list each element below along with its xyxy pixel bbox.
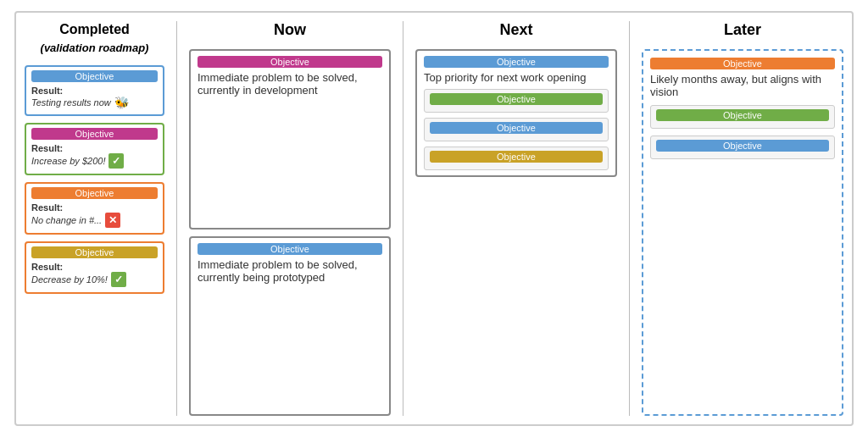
card-result: Result: Decrease by 10%! ✓ <box>31 262 158 287</box>
now-title: Now <box>189 21 391 39</box>
objective-label: Objective <box>198 56 382 68</box>
objective-label: Objective <box>430 122 603 134</box>
card-result: Result: Increase by $200! ✓ <box>31 143 158 169</box>
result-label: Result: <box>31 262 63 272</box>
later-small-card-2: Objective <box>650 136 835 159</box>
result-label: Result: <box>31 202 63 213</box>
result-row: Increase by $200! ✓ <box>31 153 158 169</box>
next-top-text: Top priority for next work opening <box>424 71 609 84</box>
roadmap-board: Completed (validation roadmap) Objective… <box>14 11 854 426</box>
objective-label: Objective <box>656 140 829 152</box>
now-card-1: Objective Immediate problem to be solved… <box>189 49 391 230</box>
column-divider <box>176 21 177 416</box>
next-column: Next Objective Top priority for next wor… <box>415 21 617 416</box>
objective-label: Objective <box>424 56 609 68</box>
now-column: Now Objective Immediate problem to be so… <box>189 21 391 416</box>
objective-label: Objective <box>430 151 603 163</box>
result-row: No change in #... ✕ <box>31 213 158 228</box>
card-result: Result: Testing results now 🐝 <box>31 86 158 109</box>
next-small-card-2: Objective <box>424 118 609 141</box>
result-text: Testing results now <box>31 97 111 108</box>
next-title: Next <box>415 21 617 39</box>
later-top-text: Likely months away, but aligns with visi… <box>650 73 835 98</box>
later-small-card-1: Objective <box>650 105 835 129</box>
objective-label: Objective <box>650 58 835 69</box>
objective-label: Objective <box>31 246 158 258</box>
objective-label: Objective <box>430 93 603 105</box>
result-row: Decrease by 10%! ✓ <box>31 272 158 287</box>
objective-label: Objective <box>198 243 382 255</box>
check-icon: ✓ <box>111 272 126 287</box>
completed-title: Completed (validation roadmap) <box>25 21 164 57</box>
now-cards: Objective Immediate problem to be solved… <box>189 49 391 416</box>
next-small-card-3: Objective <box>424 147 609 170</box>
result-row: Testing results now 🐝 <box>31 96 158 109</box>
check-icon: ✓ <box>108 153 124 169</box>
column-divider <box>403 21 403 416</box>
completed-card-3: Objective Result: No change in #... ✕ <box>25 182 164 235</box>
completed-title-text: Completed <box>59 22 130 36</box>
completed-subtitle: (validation roadmap) <box>41 41 149 54</box>
result-text: No change in #... <box>31 215 102 225</box>
now-card-2: Objective Immediate problem to be solved… <box>189 236 391 417</box>
objective-label: Objective <box>31 128 158 140</box>
result-label: Result: <box>31 86 63 96</box>
completed-card-1: Objective Result: Testing results now 🐝 <box>25 65 164 116</box>
cross-icon: ✕ <box>105 213 120 228</box>
column-divider <box>629 21 630 416</box>
result-text: Increase by $200! <box>31 156 105 166</box>
now-card-text: Immediate problem to be solved, currentl… <box>198 71 382 97</box>
later-outer-card: Objective Likely months away, but aligns… <box>642 49 843 416</box>
next-small-card-1: Objective <box>424 89 609 113</box>
later-column: Later Objective Likely months away, but … <box>642 21 843 416</box>
objective-label: Objective <box>656 109 829 121</box>
card-result: Result: No change in #... ✕ <box>31 202 158 228</box>
completed-card-4: Objective Result: Decrease by 10%! ✓ <box>25 241 164 294</box>
next-top-card: Objective Top priority for next work ope… <box>424 56 609 84</box>
now-card-text: Immediate problem to be solved, currentl… <box>198 258 382 284</box>
later-top-card: Objective Likely months away, but aligns… <box>650 58 835 98</box>
result-icon-emoji: 🐝 <box>114 96 129 109</box>
completed-column: Completed (validation roadmap) Objective… <box>25 21 164 416</box>
objective-label: Objective <box>31 70 158 82</box>
next-outer-card: Objective Top priority for next work ope… <box>415 49 617 177</box>
completed-card-2: Objective Result: Increase by $200! ✓ <box>25 123 164 175</box>
result-label: Result: <box>31 143 63 153</box>
objective-label: Objective <box>31 187 158 199</box>
later-title: Later <box>642 21 843 39</box>
result-text: Decrease by 10%! <box>31 274 108 285</box>
